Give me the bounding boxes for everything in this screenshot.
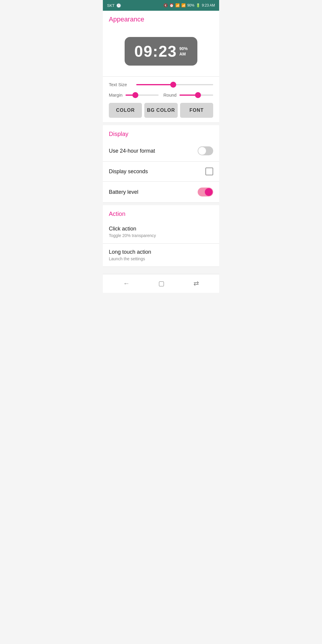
battery-percent: 90% [187, 3, 194, 7]
round-thumb[interactable] [195, 92, 201, 98]
carrier-label: SKT [107, 3, 114, 8]
spacer-1 [103, 123, 219, 125]
clock-period: AM [179, 51, 188, 57]
buttons-row: COLOR BG COLOR FONT [109, 103, 213, 118]
clock-widget: 09:23 90% AM [125, 37, 197, 66]
24-hour-format-toggle[interactable] [198, 146, 213, 155]
long-touch-action-title: Long touch action [109, 249, 213, 255]
display-seconds-label: Display seconds [109, 168, 148, 175]
battery-level-knob [205, 188, 213, 196]
click-action-title: Click action [109, 226, 213, 232]
display-section-heading: Display [103, 125, 219, 140]
color-button[interactable]: COLOR [109, 103, 142, 118]
24-hour-format-label: Use 24-hour format [109, 148, 155, 154]
battery-icon: 🔋 [196, 3, 200, 7]
margin-thumb[interactable] [132, 92, 138, 98]
margin-label: Margin [109, 92, 123, 97]
24-hour-format-knob [198, 147, 206, 155]
battery-level-label: Battery level [109, 189, 138, 195]
alarm-icon: ⏰ [169, 3, 174, 7]
signal-icon: 📶 [181, 3, 186, 7]
battery-level-row: Battery level [103, 182, 219, 203]
spacer-2 [103, 203, 219, 205]
text-size-fill [136, 84, 173, 85]
mute-icon: 🔇 [163, 3, 168, 7]
clock-time-value: 09:23 [134, 43, 177, 60]
menu-button[interactable]: ⇄ [193, 280, 199, 287]
long-touch-action-subtitle: Launch the settings [109, 256, 213, 261]
text-size-row: Text Size [109, 82, 213, 87]
spacer-4 [103, 269, 219, 272]
click-action-subtitle: Toggle 20% transparency [109, 233, 213, 238]
text-size-thumb[interactable] [170, 82, 176, 88]
24-hour-format-row: Use 24-hour format [103, 140, 219, 162]
spacer-3 [103, 267, 219, 269]
text-size-slider[interactable] [136, 84, 213, 85]
text-size-track [136, 84, 213, 85]
clock-time-display: 09:23 [134, 42, 177, 60]
click-action-item[interactable]: Click action Toggle 20% transparency [103, 220, 219, 244]
status-left: SKT 🕐 [107, 3, 121, 8]
round-track [179, 95, 213, 96]
margin-track [126, 95, 159, 96]
back-button[interactable]: ← [123, 280, 130, 287]
font-button[interactable]: FONT [180, 103, 213, 118]
clock-icon: 🕐 [116, 3, 121, 8]
bg-color-button[interactable]: BG COLOR [144, 103, 177, 118]
display-seconds-row: Display seconds [103, 162, 219, 182]
margin-round-row: Margin Round [109, 92, 213, 97]
round-slider[interactable] [179, 95, 213, 96]
clock-preview-container: 09:23 90% AM [103, 26, 219, 77]
round-group: Round [163, 92, 213, 97]
status-bar: SKT 🕐 🔇 ⏰ 📶 📶 90% 🔋 9:23 AM [103, 0, 219, 11]
controls-section: Text Size Margin Round [103, 77, 219, 123]
round-label: Round [163, 92, 177, 97]
clock-battery: 90% [179, 46, 188, 51]
status-right: 🔇 ⏰ 📶 📶 90% 🔋 9:23 AM [163, 3, 215, 7]
clock-meta: 90% AM [179, 46, 188, 57]
margin-slider[interactable] [126, 95, 159, 96]
wifi-icon: 📶 [175, 3, 180, 7]
battery-level-toggle[interactable] [198, 188, 213, 196]
bottom-nav: ← ▢ ⇄ [103, 274, 219, 293]
recents-button[interactable]: ▢ [158, 280, 165, 287]
display-seconds-checkbox[interactable] [205, 168, 213, 175]
margin-group: Margin [109, 92, 159, 97]
text-size-label: Text Size [109, 82, 133, 87]
long-touch-action-item[interactable]: Long touch action Launch the settings [103, 244, 219, 267]
action-section-heading: Action [103, 205, 219, 220]
status-time: 9:23 AM [202, 3, 215, 7]
page-title: Appearance [103, 11, 219, 26]
